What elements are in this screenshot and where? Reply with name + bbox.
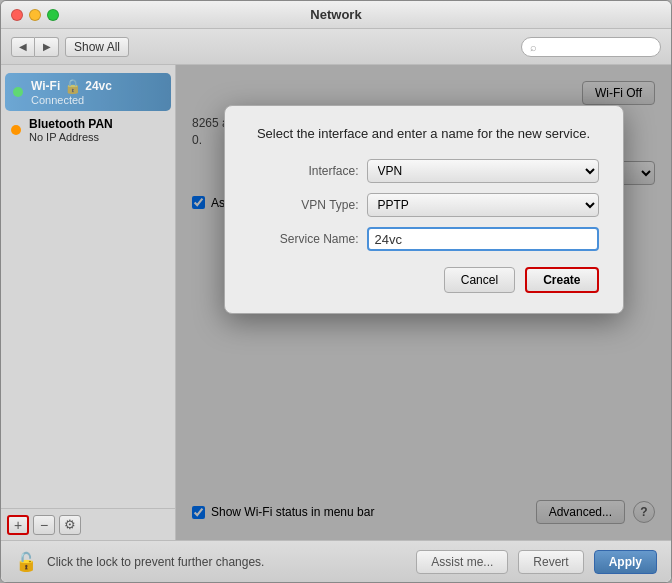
assist-button[interactable]: Assist me... <box>416 550 508 574</box>
right-panel: Wi-Fi Off 8265 and 0. Network Name: <box>176 65 671 540</box>
service-name-label: Service Name: <box>249 232 359 246</box>
traffic-lights <box>11 9 59 21</box>
back-button[interactable]: ◀ <box>11 37 35 57</box>
lock-text: Click the lock to prevent further change… <box>47 555 406 569</box>
wifi-status: Connected <box>31 94 112 106</box>
wifi-item-name: Wi-Fi <box>31 79 60 93</box>
window: Network ◀ ▶ Show All ⌕ Wi- <box>0 0 672 583</box>
wifi-item-info: Wi-Fi 🔒 24vc Connected <box>31 78 112 106</box>
bluetooth-status-dot <box>11 125 21 135</box>
modal-title: Select the interface and enter a name fo… <box>249 126 599 141</box>
search-box: ⌕ <box>521 37 661 57</box>
bluetooth-status: No IP Address <box>29 131 165 143</box>
toolbar: ◀ ▶ Show All ⌕ <box>1 29 671 65</box>
show-all-button[interactable]: Show All <box>65 37 129 57</box>
close-button[interactable] <box>11 9 23 21</box>
modal-dialog: Select the interface and enter a name fo… <box>224 105 624 314</box>
lock-icon: 🔓 <box>15 551 37 573</box>
minimize-button[interactable] <box>29 9 41 21</box>
main-content: Wi-Fi 🔒 24vc Connected Bluetooth PAN <box>1 65 671 540</box>
create-button[interactable]: Create <box>525 267 598 293</box>
remove-network-button[interactable]: − <box>33 515 55 535</box>
cancel-button[interactable]: Cancel <box>444 267 515 293</box>
interface-select[interactable]: VPN <box>367 159 599 183</box>
window-title: Network <box>310 7 361 22</box>
interface-select-wrapper: VPN <box>367 159 599 183</box>
search-icon: ⌕ <box>530 41 537 53</box>
revert-button[interactable]: Revert <box>518 550 583 574</box>
service-name-input[interactable] <box>367 227 599 251</box>
wifi-status-dot <box>13 87 23 97</box>
sidebar-list: Wi-Fi 🔒 24vc Connected Bluetooth PAN <box>1 65 175 508</box>
modal-overlay: Select the interface and enter a name fo… <box>176 65 671 540</box>
service-name-row: Service Name: <box>249 227 599 251</box>
interface-label: Interface: <box>249 164 359 178</box>
titlebar: Network <box>1 1 671 29</box>
sidebar-item-bluetooth[interactable]: Bluetooth PAN No IP Address <box>1 111 175 149</box>
bluetooth-name: Bluetooth PAN <box>29 117 165 131</box>
bluetooth-info: Bluetooth PAN No IP Address <box>29 117 165 143</box>
add-network-button[interactable]: + <box>7 515 29 535</box>
modal-buttons: Cancel Create <box>249 267 599 293</box>
wifi-extra-text: 24vc <box>85 79 112 93</box>
vpn-type-select-wrapper: PPTP <box>367 193 599 217</box>
wifi-item-inner: Wi-Fi 🔒 24vc Connected <box>5 73 171 111</box>
window-footer: 🔓 Click the lock to prevent further chan… <box>1 540 671 582</box>
search-input[interactable] <box>541 40 652 54</box>
sidebar-footer: + − ⚙ <box>1 508 175 540</box>
nav-group: ◀ ▶ <box>11 37 59 57</box>
vpn-type-select[interactable]: PPTP <box>367 193 599 217</box>
lock-icon-wifi: 🔒 <box>64 78 81 94</box>
network-settings-button[interactable]: ⚙ <box>59 515 81 535</box>
apply-button[interactable]: Apply <box>594 550 657 574</box>
vpn-type-label: VPN Type: <box>249 198 359 212</box>
maximize-button[interactable] <box>47 9 59 21</box>
forward-button[interactable]: ▶ <box>35 37 59 57</box>
sidebar: Wi-Fi 🔒 24vc Connected Bluetooth PAN <box>1 65 176 540</box>
sidebar-item-wifi[interactable]: Wi-Fi 🔒 24vc Connected <box>5 73 171 111</box>
interface-row: Interface: VPN <box>249 159 599 183</box>
vpn-type-row: VPN Type: PPTP <box>249 193 599 217</box>
